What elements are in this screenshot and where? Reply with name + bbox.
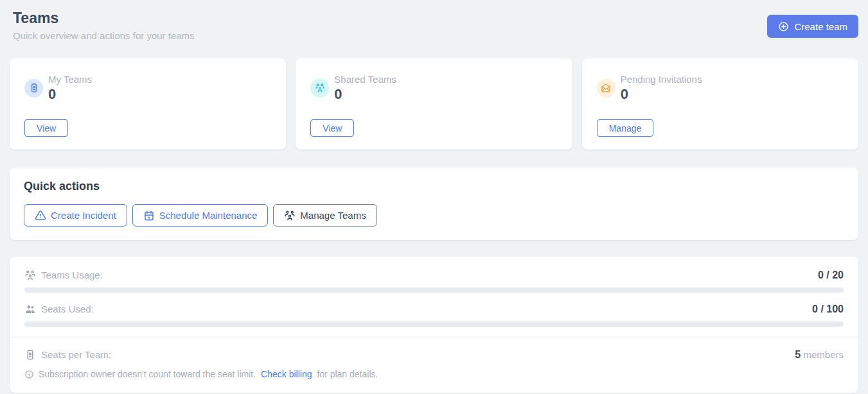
- page-subtitle: Quick overview and actions for your team…: [13, 30, 195, 42]
- seats-used-progressbar: [24, 321, 844, 327]
- teams-usage-value: 0 / 20: [818, 270, 844, 281]
- seats-used-value: 0 / 100: [812, 304, 844, 315]
- note-text-after: for plan details.: [317, 369, 378, 380]
- users-group-icon: [24, 270, 36, 281]
- seats-per-team-label: Seats per Team:: [24, 349, 111, 361]
- schedule-maintenance-label: Schedule Maintenance: [159, 210, 258, 221]
- pending-invitations-count: 0: [621, 86, 702, 102]
- view-shared-teams-button[interactable]: View: [310, 119, 354, 137]
- create-incident-button[interactable]: Create Incident: [24, 204, 127, 227]
- alert-triangle-icon: [35, 210, 46, 221]
- create-team-button[interactable]: Create team: [767, 15, 858, 38]
- teams-usage-label: Teams Usage:: [24, 270, 103, 281]
- id-badge-icon: [24, 349, 36, 361]
- id-badge-icon: [24, 79, 43, 98]
- create-incident-label: Create Incident: [51, 210, 116, 221]
- quick-actions-card: Quick actions Create Incident Schedule M…: [10, 167, 858, 240]
- page-heading-group: Teams Quick overview and actions for you…: [13, 9, 195, 42]
- pending-invitations-card: Pending Invitations 0 Manage: [582, 58, 858, 150]
- my-teams-summary: My Teams 0: [24, 74, 271, 102]
- shared-teams-count: 0: [334, 86, 396, 102]
- seats-per-team-value: 5 members: [795, 349, 844, 361]
- my-teams-label: My Teams: [48, 74, 92, 85]
- create-team-label: Create team: [794, 21, 847, 32]
- users-group-icon: [310, 79, 329, 98]
- calendar-icon: [143, 210, 155, 221]
- teams-page: Teams Quick overview and actions for you…: [0, 0, 868, 393]
- manage-invitations-button[interactable]: Manage: [597, 119, 654, 137]
- teams-usage-row: Teams Usage: 0 / 20: [24, 270, 844, 281]
- shared-teams-summary: Shared Teams 0: [310, 74, 557, 102]
- note-text-before: Subscription owner doesn't count toward …: [39, 369, 256, 380]
- page-header: Teams Quick overview and actions for you…: [10, 0, 858, 42]
- my-teams-count: 0: [48, 86, 92, 102]
- seats-used-row: Seats Used: 0 / 100: [24, 304, 844, 315]
- manage-teams-button[interactable]: Manage Teams: [273, 204, 376, 227]
- check-billing-link[interactable]: Check billing: [261, 369, 312, 380]
- schedule-maintenance-button[interactable]: Schedule Maintenance: [132, 204, 269, 227]
- users-group-icon: [284, 210, 296, 221]
- seat-limit-note: Subscription owner doesn't count toward …: [24, 369, 844, 380]
- my-teams-card: My Teams 0 View: [10, 58, 286, 150]
- pending-invitations-label: Pending Invitations: [621, 74, 702, 85]
- seats-used-label: Seats Used:: [24, 304, 94, 315]
- view-my-teams-button[interactable]: View: [24, 119, 68, 137]
- quick-actions-title: Quick actions: [24, 180, 844, 193]
- seats-per-team-row: Seats per Team: 5 members: [24, 349, 844, 361]
- quick-actions-buttons: Create Incident Schedule Maintenance Man…: [24, 204, 844, 227]
- pending-invitations-summary: Pending Invitations 0: [597, 74, 844, 102]
- teams-usage-progressbar: [24, 287, 844, 293]
- usage-divider: [10, 338, 858, 338]
- shared-teams-card: Shared Teams 0 View: [296, 58, 572, 150]
- circle-plus-icon: [778, 21, 789, 32]
- mail-opened-icon: [597, 79, 616, 98]
- manage-teams-label: Manage Teams: [300, 210, 366, 221]
- usage-card: Teams Usage: 0 / 20 Seats Used: 0 / 100 …: [10, 257, 858, 393]
- shared-teams-label: Shared Teams: [334, 74, 396, 85]
- stats-row: My Teams 0 View Shared Teams 0 View Pend…: [10, 58, 858, 150]
- info-circle-icon: [24, 370, 34, 379]
- users-filled-icon: [24, 304, 36, 315]
- page-title: Teams: [13, 9, 195, 27]
